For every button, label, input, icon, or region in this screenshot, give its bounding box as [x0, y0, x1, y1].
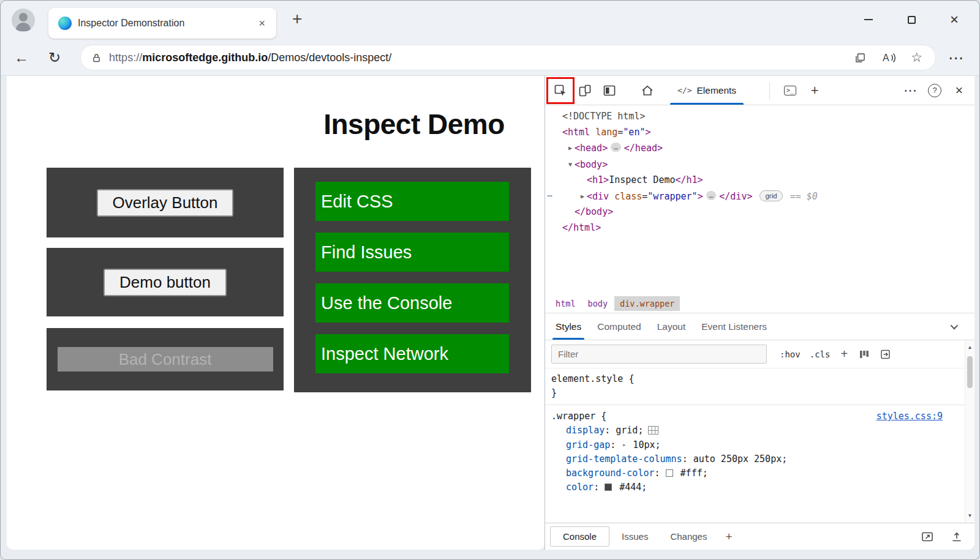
chevron-down-icon[interactable] — [951, 322, 959, 330]
token-eq: == $0 — [790, 191, 818, 202]
breadcrumb-div-wrapper[interactable]: div.wrapper — [614, 296, 680, 311]
style-declaration-line[interactable]: grid-template-columns: auto 250px 250px; — [551, 452, 960, 466]
dom-tree-row[interactable]: </body> — [551, 204, 974, 220]
find-issues-link[interactable]: Find Issues — [315, 233, 509, 272]
device-emulation-icon — [578, 83, 592, 98]
styles-scrollbar[interactable]: ▲ ▼ — [965, 340, 974, 523]
bad-contrast-button[interactable]: Bad Contrast — [58, 347, 273, 371]
token-plain: : — [594, 482, 605, 493]
token-plain: = — [642, 191, 647, 202]
dom-tree-row[interactable]: <html lang="en"> — [551, 125, 974, 141]
demo-button[interactable]: Demo button — [104, 269, 227, 296]
browser-more-button[interactable]: ⋯ — [943, 49, 968, 67]
undock-drawer-icon[interactable] — [921, 530, 934, 543]
style-declaration-line[interactable]: .wrapper {styles.css:9 — [551, 409, 960, 424]
open-external-icon[interactable] — [880, 348, 892, 360]
code-brackets-icon: </> — [677, 86, 692, 95]
devtools-more-button[interactable]: ⋯ — [899, 78, 922, 103]
inspect-network-link[interactable]: Inspect Network — [315, 334, 509, 373]
tab-console[interactable]: Console — [550, 526, 609, 547]
demo-button-panel: Demo button — [47, 248, 284, 316]
overlay-button[interactable]: Overlay Button — [97, 189, 234, 217]
devtools-close-button[interactable]: × — [948, 78, 971, 103]
add-devtools-tab-button[interactable]: + — [803, 78, 826, 103]
token-tag: > — [645, 127, 650, 138]
help-button[interactable]: ? — [923, 78, 946, 103]
dom-tree-row[interactable]: ▶<head>…</head> — [551, 140, 974, 157]
url-domain: microsoftedge.github.io — [142, 51, 268, 64]
token-gridicon — [648, 426, 658, 435]
token-plain: element.style { — [551, 373, 634, 384]
home-button[interactable] — [636, 78, 659, 103]
tab-layout[interactable]: Layout — [649, 313, 694, 340]
style-declaration-line[interactable]: color: #444; — [551, 480, 960, 495]
style-declaration-line[interactable]: display: grid; — [551, 424, 960, 438]
toggle-hover-state-button[interactable]: :hov — [780, 349, 801, 359]
refresh-button[interactable]: ↻ — [42, 48, 67, 67]
address-bar[interactable]: https://microsoftedge.github.io/Demos/de… — [80, 45, 936, 70]
tab-changes[interactable]: Changes — [660, 526, 717, 547]
style-declaration-line[interactable]: grid-gap: ▸ 10px; — [551, 438, 960, 452]
expand-arrow-icon[interactable]: ▼ — [568, 161, 572, 168]
dom-tree-row[interactable]: </html> — [551, 220, 974, 236]
device-emulation-button[interactable] — [573, 78, 597, 103]
scroll-up-icon[interactable]: ▲ — [965, 345, 974, 350]
devtools-toolbar: </> Elements >_ + ⋯ ? × — [545, 76, 974, 105]
breadcrumb-html[interactable]: html — [550, 296, 581, 311]
styles-filter-input[interactable] — [551, 345, 767, 364]
style-declaration-line[interactable]: element.style { — [551, 372, 960, 386]
collections-icon[interactable] — [854, 51, 867, 64]
stylesheet-link[interactable]: styles.css:9 — [876, 409, 943, 424]
use-the-console-link[interactable]: Use the Console — [315, 283, 509, 323]
indent-spacer: ▶ — [551, 189, 587, 205]
back-button[interactable]: ← — [8, 48, 35, 67]
browser-tab[interactable]: Inspector Demonstration × — [48, 8, 276, 39]
maximize-icon — [908, 16, 916, 24]
toggle-class-button[interactable]: .cls — [810, 349, 831, 359]
scrollbar-thumb[interactable] — [967, 356, 973, 388]
inspect-element-button[interactable] — [549, 78, 572, 103]
tab-elements[interactable]: </> Elements — [668, 76, 746, 105]
scroll-down-icon[interactable]: ▼ — [965, 513, 974, 518]
tab-issues[interactable]: Issues — [612, 526, 658, 547]
row-more-icon[interactable]: ⋯ — [547, 189, 552, 204]
dom-tree-row[interactable]: <h1>Inspect Demo</h1> — [551, 173, 974, 189]
tab-styles[interactable]: Styles — [548, 313, 589, 340]
console-drawer-button[interactable]: >_ — [778, 78, 802, 103]
tab-close-icon[interactable]: × — [255, 17, 269, 30]
url-path: /Demos/devtools-inspect/ — [268, 51, 391, 64]
read-aloud-icon[interactable]: A — [881, 51, 896, 64]
token-plain: : — [610, 439, 621, 450]
window-close-button[interactable]: × — [933, 1, 976, 39]
columns-icon[interactable] — [858, 348, 870, 360]
maximize-button[interactable] — [890, 1, 933, 39]
token-attr: lang — [590, 127, 617, 138]
expand-drawer-icon[interactable] — [950, 530, 963, 543]
tab-event-listeners[interactable]: Event Listeners — [693, 313, 775, 340]
toolbar-divider — [769, 82, 770, 99]
expand-arrow-icon[interactable]: ▶ — [581, 193, 584, 200]
dom-tree-row[interactable]: ▼<body> — [551, 157, 974, 173]
style-declaration-line[interactable]: background-color: #fff; — [551, 466, 960, 480]
style-declaration-line[interactable]: } — [551, 386, 960, 400]
token-tag: <html — [562, 127, 590, 138]
token-plain: 10px; — [627, 439, 660, 450]
avatar-body — [16, 23, 31, 31]
profile-avatar-icon[interactable] — [12, 9, 35, 32]
breadcrumb-body[interactable]: body — [582, 296, 614, 311]
tab-computed[interactable]: Computed — [589, 313, 649, 340]
minimize-button[interactable] — [847, 1, 890, 39]
edit-css-link[interactable]: Edit CSS — [315, 182, 509, 221]
token-tag: </head> — [624, 143, 663, 154]
token-tag: </h1> — [676, 174, 703, 185]
dock-side-button[interactable] — [598, 78, 621, 103]
favorites-star-icon[interactable]: ☆ — [911, 50, 922, 65]
dom-tree-row[interactable]: ⋯▶<div class="wrapper">…</div>grid== $0 — [551, 189, 974, 205]
elements-tree: <!DOCTYPE html><html lang="en">▶<head>…<… — [545, 105, 974, 294]
new-tab-button[interactable]: + — [287, 9, 307, 29]
dom-tree-row[interactable]: <!DOCTYPE html> — [551, 109, 974, 125]
expand-arrow-icon[interactable]: ▶ — [568, 144, 572, 151]
drawer-add-tab-button[interactable]: + — [719, 530, 738, 543]
titlebar: Inspector Demonstration × + × — [1, 1, 979, 40]
new-style-rule-button[interactable]: + — [840, 347, 848, 361]
